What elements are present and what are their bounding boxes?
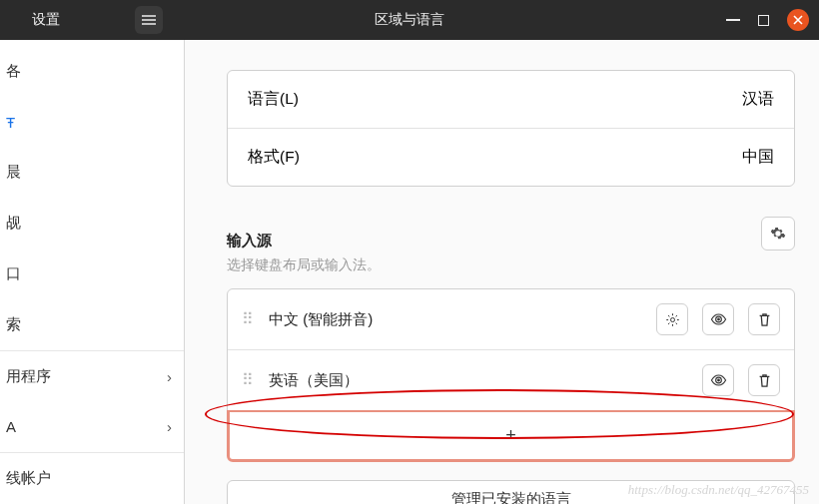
window-title: 区域与语言 [375,11,444,29]
input-source-name: 中文 (智能拼音) [269,310,642,329]
close-button[interactable] [787,9,809,31]
svg-point-1 [717,318,720,321]
gear-icon [770,226,786,242]
trash-icon [758,312,771,327]
plus-icon: + [505,425,516,446]
eye-icon [710,313,727,325]
sidebar-item-accounts[interactable]: 线帐户 [0,453,184,504]
sidebar-item-3[interactable]: 觇 [0,198,184,249]
app-name: 设置 [32,11,60,29]
input-sources-title: 输入源 [227,232,272,251]
input-source-view-button[interactable] [702,303,734,335]
input-source-delete-button[interactable] [748,303,780,335]
input-sources-list: ⠿ 中文 (智能拼音) ⠿ 英语（美国） [227,288,795,411]
sidebar-item-2[interactable]: 晨 [0,148,184,199]
locale-card: 语言(L) 汉语 格式(F) 中国 [227,70,795,187]
input-source-row: ⠿ 中文 (智能拼音) [228,289,794,349]
input-source-view-button[interactable] [702,364,734,396]
sidebar-item-4[interactable]: 口 [0,249,184,299]
language-label: 语言(L) [248,89,299,110]
sidebar-item-5[interactable]: 索 [0,299,184,350]
input-source-name: 英语（美国） [269,371,688,390]
gear-icon [665,312,680,327]
svg-point-2 [717,379,720,382]
eye-icon [710,374,727,386]
minimize-button[interactable] [726,19,740,21]
trash-icon [758,373,771,388]
input-sources-subtitle: 选择键盘布局或输入法。 [227,256,795,274]
maximize-button[interactable] [758,15,769,26]
main-content: 语言(L) 汉语 格式(F) 中国 输入源 选择键盘布局或输入法。 ⠿ 中文 (… [185,40,819,504]
svg-point-0 [670,317,674,321]
drag-handle-icon[interactable]: ⠿ [242,316,255,322]
sidebar-item-apps[interactable]: 用程序› [0,351,184,402]
watermark: https://blog.csdn.net/qq_42767455 [628,482,809,498]
input-source-delete-button[interactable] [748,364,780,396]
titlebar: 设置 区域与语言 [0,0,819,40]
close-icon [793,15,803,25]
add-input-source-button[interactable]: + [227,410,795,462]
chevron-right-icon: › [167,418,172,435]
hamburger-menu-button[interactable] [135,6,163,34]
sidebar-item-7[interactable]: A› [0,402,184,453]
input-source-row: ⠿ 英语（美国） [228,349,794,410]
language-value: 汉语 [742,89,774,110]
hamburger-icon [142,15,156,25]
sidebar-item-1[interactable]: Ŧ [0,97,184,148]
formats-value: 中国 [742,147,774,168]
chevron-right-icon: › [167,368,172,385]
input-source-settings-button[interactable] [656,303,688,335]
sidebar: 各 Ŧ 晨 觇 口 索 用程序› A› 线帐户 [0,40,185,504]
formats-label: 格式(F) [248,147,300,168]
language-row[interactable]: 语言(L) 汉语 [228,71,794,128]
formats-row[interactable]: 格式(F) 中国 [228,128,794,186]
sidebar-item-0[interactable]: 各 [0,46,184,97]
drag-handle-icon[interactable]: ⠿ [242,377,255,383]
input-sources-settings-button[interactable] [761,217,795,251]
